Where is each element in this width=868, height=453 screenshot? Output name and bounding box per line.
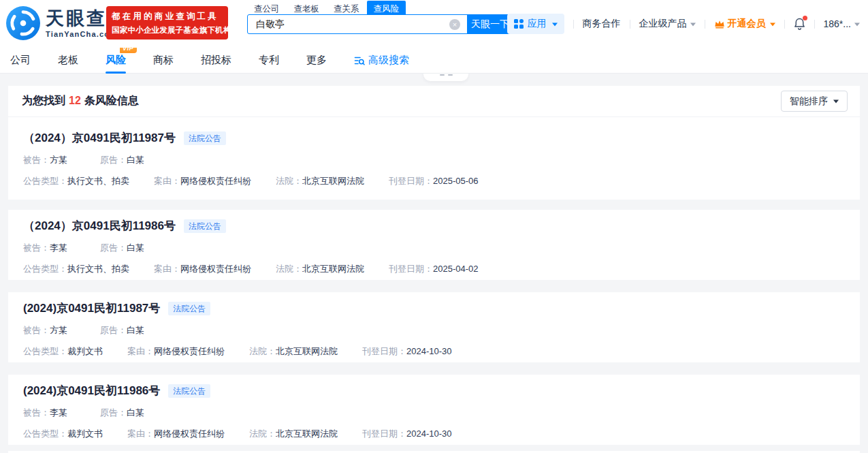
notice-type-label: 公告类型： bbox=[23, 346, 67, 356]
case-number-link[interactable]: （2024）京0491民初11986号 bbox=[23, 218, 176, 234]
plaintiff-value: 白某 bbox=[127, 155, 144, 165]
publish-date-value: 2024-10-30 bbox=[406, 428, 452, 439]
clear-search-icon[interactable]: × bbox=[449, 19, 460, 30]
divider bbox=[630, 20, 630, 29]
user-phone: 186*... bbox=[824, 18, 851, 29]
court-value: 北京互联网法院 bbox=[302, 264, 364, 274]
defendant-value: 方某 bbox=[50, 155, 67, 165]
court-notice-badge: 法院公告 bbox=[168, 384, 210, 398]
summary-count: 12 bbox=[69, 95, 81, 106]
search-input[interactable] bbox=[248, 15, 449, 33]
summary-suffix: 条风险信息 bbox=[84, 95, 139, 106]
topbar-utilities: 应用 商务合作 企业级产品 开通会员 bbox=[507, 14, 860, 34]
plaintiff-label: 原告： bbox=[100, 155, 127, 165]
nav-item-bidding[interactable]: 招投标 bbox=[201, 48, 231, 74]
court-value: 北京互联网法院 bbox=[302, 176, 364, 186]
meta-row: 公告类型：裁判文书 案由：网络侵权责任纠纷 法院：北京互联网法院 刊登日期：20… bbox=[23, 428, 846, 440]
business-cooperation-label: 商务合作 bbox=[583, 18, 621, 30]
chevron-down-icon bbox=[552, 22, 558, 29]
case-number-link[interactable]: （2024）京0491民初11987号 bbox=[23, 130, 176, 146]
meta-row: 公告类型：裁判文书 案由：网络侵权责任纠纷 法院：北京互联网法院 刊登日期：20… bbox=[23, 345, 846, 358]
search-tab-risk[interactable]: 查风险 bbox=[367, 1, 406, 15]
court-value: 北京互联网法院 bbox=[276, 428, 338, 439]
cause-label: 案由： bbox=[154, 264, 180, 274]
advanced-search-label: 高级搜索 bbox=[368, 54, 409, 67]
nav-item-more[interactable]: 更多 bbox=[306, 48, 327, 74]
promo-line2: 国家中小企业发展子基金旗下机构 bbox=[112, 25, 223, 35]
enterprise-products-menu[interactable]: 企业级产品 bbox=[639, 18, 696, 30]
apps-menu[interactable]: 应用 bbox=[507, 14, 564, 34]
plaintiff-label: 原告： bbox=[100, 407, 127, 418]
notice-type-label: 公告类型： bbox=[23, 264, 67, 274]
top-header: 天眼查 TianYanCha.com 都在用的商业查询工具 国家中小企业发展子基… bbox=[0, 0, 868, 48]
case-number-link[interactable]: (2024)京0491民初11986号 bbox=[23, 383, 160, 399]
nav-item-company[interactable]: 公司 bbox=[10, 48, 31, 74]
search-tab-company[interactable]: 查公司 bbox=[247, 1, 287, 15]
case-number-link[interactable]: (2024)京0491民初11987号 bbox=[23, 300, 160, 316]
cause-value: 网络侵权责任纠纷 bbox=[154, 428, 225, 439]
nav-item-patent[interactable]: 专利 bbox=[259, 48, 279, 74]
promo-badge: 都在用的商业查询工具 国家中小企业发展子基金旗下机构 bbox=[106, 6, 228, 40]
notice-type-value: 裁判文书 bbox=[67, 346, 103, 356]
grid-icon bbox=[514, 19, 524, 29]
search-list-icon bbox=[354, 55, 365, 66]
parties-row: 被告：方某 原告：白某 bbox=[23, 154, 846, 166]
notifications-bell[interactable] bbox=[794, 18, 805, 30]
nav-item-trademark[interactable]: 商标 bbox=[153, 48, 174, 74]
open-membership-label: 开通会员 bbox=[728, 18, 766, 30]
defendant-label: 被告： bbox=[23, 325, 50, 335]
nav-item-boss[interactable]: 老板 bbox=[58, 48, 78, 74]
caret-down-icon bbox=[833, 100, 839, 106]
chevron-down-icon bbox=[854, 22, 860, 29]
plaintiff-label: 原告： bbox=[100, 243, 127, 253]
cause-value: 网络侵权责任纠纷 bbox=[180, 264, 251, 274]
defendant-value: 李某 bbox=[50, 407, 67, 418]
user-account-menu[interactable]: 186*... bbox=[824, 18, 860, 29]
defendant-value: 方某 bbox=[50, 325, 67, 335]
court-notice-badge: 法院公告 bbox=[184, 219, 226, 233]
cause-value: 网络侵权责任纠纷 bbox=[180, 176, 251, 186]
divider bbox=[814, 20, 815, 29]
notice-type-label: 公告类型： bbox=[23, 428, 67, 439]
results-block: 为您找到12条风险信息 智能排序 （2024）京0491民初11987号 法院公… bbox=[8, 86, 860, 200]
notification-dot bbox=[803, 16, 807, 20]
search-tab-boss[interactable]: 查老板 bbox=[287, 1, 327, 15]
nav-item-risk[interactable]: 风险 VIP bbox=[106, 48, 126, 74]
plaintiff-value: 白某 bbox=[127, 243, 144, 253]
risk-card: (2024)京0491民初11986号 法院公告 被告：李某 原告：白某 公告类… bbox=[8, 375, 860, 445]
notice-type-value: 执行文书、拍卖 bbox=[67, 264, 129, 274]
search-tabs: 查公司 查老板 查关系 查风险 bbox=[247, 1, 406, 15]
open-membership-menu[interactable]: 开通会员 bbox=[714, 18, 775, 30]
business-cooperation-link[interactable]: 商务合作 bbox=[583, 18, 621, 30]
court-label: 法院： bbox=[276, 264, 302, 274]
publish-date-label: 刊登日期： bbox=[362, 346, 406, 356]
defendant-value: 李某 bbox=[50, 243, 67, 253]
results-summary: 为您找到12条风险信息 bbox=[22, 94, 139, 108]
search-box: × 天眼一下 bbox=[247, 14, 513, 34]
court-label: 法院： bbox=[276, 176, 302, 186]
tianyancha-logo[interactable]: 天眼查 TianYanCha.com bbox=[6, 6, 117, 40]
divider bbox=[573, 20, 574, 29]
court-label: 法院： bbox=[249, 428, 276, 439]
publish-date-label: 刊登日期： bbox=[389, 264, 433, 274]
publish-date-label: 刊登日期： bbox=[362, 428, 406, 439]
search-tab-relation[interactable]: 查关系 bbox=[327, 1, 366, 15]
smart-sort-button[interactable]: 智能排序 bbox=[781, 91, 848, 112]
advanced-search-link[interactable]: 高级搜索 bbox=[354, 54, 409, 67]
plaintiff-value: 白某 bbox=[127, 407, 144, 418]
enterprise-products-label: 企业级产品 bbox=[639, 18, 687, 30]
defendant-label: 被告： bbox=[23, 155, 50, 165]
meta-row: 公告类型：执行文书、拍卖 案由：网络侵权责任纠纷 法院：北京互联网法院 刊登日期… bbox=[23, 175, 846, 187]
cause-value: 网络侵权责任纠纷 bbox=[154, 346, 225, 356]
chevron-down-icon bbox=[770, 22, 775, 29]
court-notice-badge: 法院公告 bbox=[168, 302, 210, 315]
defendant-label: 被告： bbox=[23, 243, 50, 253]
plaintiff-value: 白某 bbox=[127, 325, 144, 335]
cause-label: 案由： bbox=[127, 428, 154, 439]
tianyancha-swirl-icon bbox=[6, 6, 40, 40]
notice-type-label: 公告类型： bbox=[23, 176, 67, 186]
risk-card: （2024）京0491民初11987号 法院公告 被告：方某 原告：白某 公告类… bbox=[8, 117, 860, 187]
smart-sort-label: 智能排序 bbox=[790, 95, 828, 108]
publish-date-value: 2025-05-06 bbox=[433, 176, 479, 186]
divider bbox=[705, 20, 705, 29]
